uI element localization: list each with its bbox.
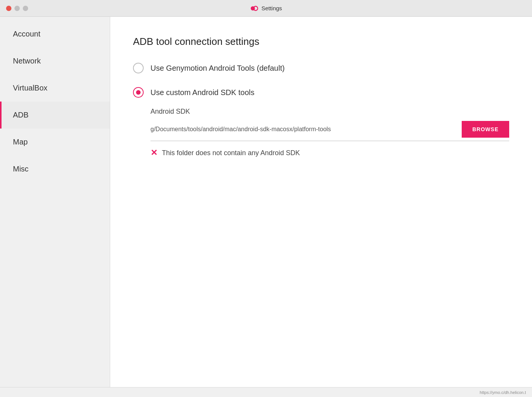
sidebar-item-map[interactable]: Map	[0, 129, 110, 156]
close-button[interactable]	[6, 6, 11, 11]
radio-label-custom-sdk: Use custom Android SDK tools	[150, 88, 254, 97]
sidebar-item-adb[interactable]: ADB	[0, 102, 110, 129]
title-bar: Settings	[0, 0, 532, 17]
sidebar-item-virtualbox[interactable]: VirtualBox	[0, 75, 110, 102]
sdk-path-input[interactable]	[150, 124, 458, 134]
radio-circle-genymotion[interactable]	[133, 63, 144, 73]
sidebar-item-label: Account	[13, 30, 40, 38]
window-title: Settings	[261, 5, 282, 11]
status-bar: https://ymo.c/dh.helicon.t	[0, 387, 532, 397]
app-icon	[250, 4, 258, 13]
browse-button[interactable]: BROWSE	[462, 121, 509, 138]
sidebar-item-label: Misc	[13, 165, 28, 173]
sidebar: Account Network VirtualBox ADB Map Misc	[0, 17, 110, 387]
sdk-section: Android SDK BROWSE ✕ This folder does no…	[150, 108, 509, 158]
main-layout: Account Network VirtualBox ADB Map Misc …	[0, 17, 532, 387]
window-controls	[6, 6, 28, 11]
radio-option-genymotion[interactable]: Use Genymotion Android Tools (default)	[133, 63, 509, 73]
status-url: https://ymo.c/dh.helicon.t	[480, 390, 526, 395]
sidebar-item-network[interactable]: Network	[0, 48, 110, 75]
sidebar-item-label: Network	[13, 57, 41, 65]
page-title: ADB tool connection settings	[133, 36, 509, 48]
error-message: ✕ This folder does not contain any Andro…	[150, 148, 509, 158]
error-text: This folder does not contain any Android…	[162, 149, 300, 157]
sidebar-item-label: VirtualBox	[13, 84, 48, 92]
radio-option-custom-sdk[interactable]: Use custom Android SDK tools	[133, 87, 509, 98]
sidebar-item-account[interactable]: Account	[0, 21, 110, 48]
sdk-label: Android SDK	[150, 108, 509, 116]
sdk-input-row: BROWSE	[150, 121, 509, 141]
sidebar-item-misc[interactable]: Misc	[0, 156, 110, 183]
maximize-button[interactable]	[23, 6, 28, 11]
radio-label-genymotion: Use Genymotion Android Tools (default)	[150, 64, 285, 73]
sidebar-item-label: Map	[13, 138, 28, 146]
minimize-button[interactable]	[14, 6, 20, 11]
radio-circle-custom-sdk[interactable]	[133, 87, 144, 98]
content-area: ADB tool connection settings Use Genymot…	[110, 17, 532, 387]
error-icon: ✕	[150, 148, 157, 158]
sidebar-item-label: ADB	[13, 111, 28, 119]
title-bar-title: Settings	[250, 4, 282, 13]
